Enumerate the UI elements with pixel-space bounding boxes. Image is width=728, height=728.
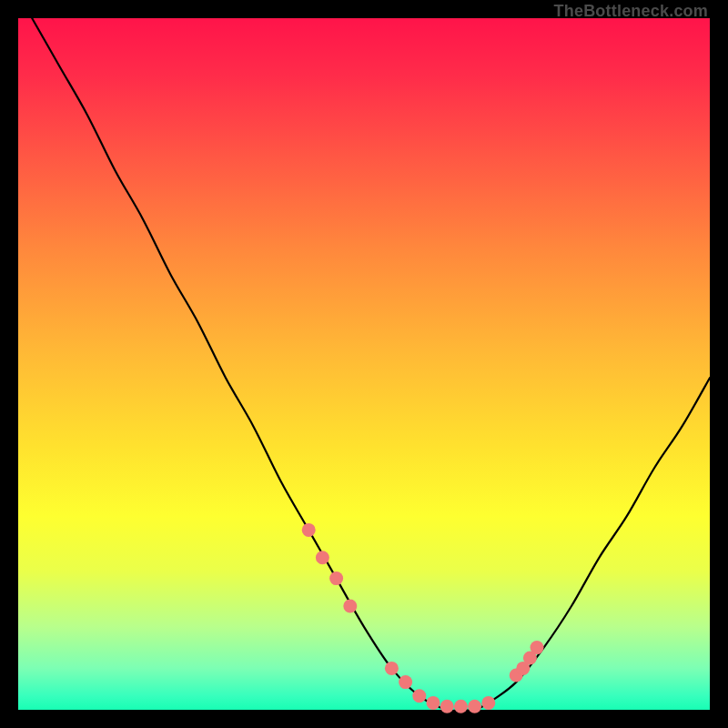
marker-dot bbox=[440, 700, 454, 713]
marker-dot bbox=[302, 523, 316, 537]
marker-dot bbox=[531, 641, 544, 654]
bottleneck-curve-path bbox=[32, 18, 710, 711]
marker-dot bbox=[468, 700, 481, 713]
highlight-markers bbox=[302, 523, 544, 713]
marker-dot bbox=[427, 696, 440, 710]
marker-dot bbox=[481, 696, 495, 710]
marker-dot bbox=[343, 600, 357, 613]
marker-dot bbox=[316, 551, 329, 564]
marker-dot bbox=[399, 675, 412, 689]
marker-dot bbox=[329, 571, 343, 585]
marker-dot bbox=[454, 700, 468, 713]
marker-dot bbox=[385, 662, 399, 675]
bottleneck-chart: TheBottleneck.com bbox=[0, 0, 728, 728]
plot-area bbox=[18, 18, 710, 710]
curve-svg bbox=[18, 18, 710, 710]
marker-dot bbox=[412, 689, 426, 703]
